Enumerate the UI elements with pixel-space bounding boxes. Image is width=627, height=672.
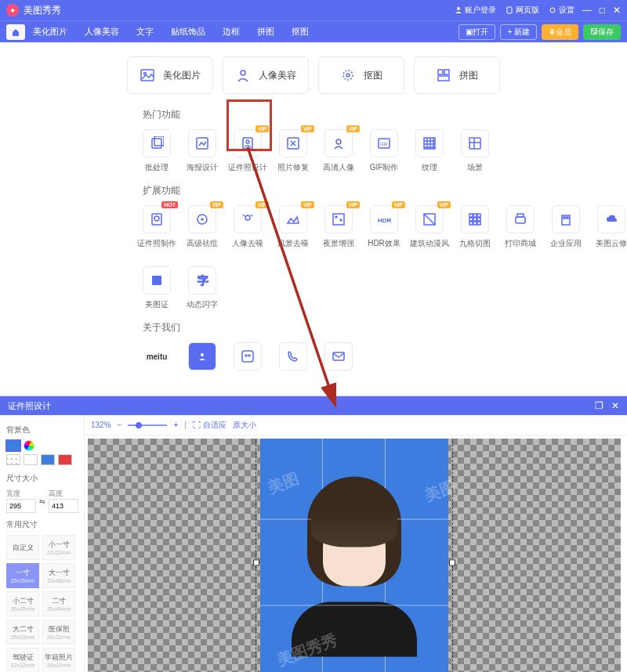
resize-handle[interactable] [253, 559, 259, 565]
quick-collage[interactable]: 拼图 [414, 56, 500, 94]
print-icon [506, 205, 535, 233]
height-input[interactable] [49, 499, 78, 513]
about-item[interactable] [234, 342, 262, 370]
about-item[interactable] [324, 342, 353, 370]
web-version-link[interactable]: 网页版 [506, 5, 539, 16]
resize-handle[interactable] [449, 559, 455, 565]
size-preset[interactable]: 学籍照片26x32mm [42, 648, 75, 672]
nav-frame[interactable]: 边框 [223, 26, 240, 38]
size-preset[interactable]: 小二寸35x45mm [6, 591, 39, 616]
feature-batch[interactable]: 批处理 [143, 129, 171, 173]
zoom-in-button[interactable]: + [173, 421, 178, 429]
user-icon [455, 6, 462, 14]
size-preset[interactable]: 二寸35x49mm [42, 591, 75, 616]
vip-badge: VIP [301, 125, 314, 132]
about-item[interactable] [279, 342, 307, 370]
zoom-out-button[interactable]: − [118, 421, 122, 429]
feature-print[interactable]: 打印商城 [506, 205, 535, 249]
size-preset[interactable]: 小一寸22x32mm [42, 535, 75, 560]
quick-cutout[interactable]: 抠图 [318, 56, 404, 94]
feature-label: HDR效果 [368, 238, 400, 249]
feature-scene[interactable]: 场景 [461, 129, 489, 173]
svg-rect-35 [469, 218, 473, 221]
svg-rect-10 [438, 76, 449, 81]
swatch-add[interactable] [24, 440, 34, 451]
close-button[interactable]: ✕ [613, 5, 621, 16]
width-input[interactable] [6, 499, 36, 513]
svg-rect-1 [507, 7, 512, 13]
maximize-button[interactable]: □ [600, 5, 605, 16]
phone-icon [506, 6, 513, 14]
feature-night[interactable]: VIP夜景增强 [324, 205, 353, 249]
nav-beautify[interactable]: 美化图片 [33, 26, 67, 38]
feature-flash[interactable]: 字动态闪字 [188, 266, 216, 310]
feature-acne[interactable]: VIP高级祛痘 [188, 205, 216, 249]
swatch-blue[interactable] [6, 440, 20, 451]
original-size-button[interactable]: 原大小 [233, 420, 256, 431]
canvas-viewport[interactable]: 美图 美图 美图秀秀 [88, 439, 621, 672]
swatch-blue2[interactable] [41, 454, 55, 465]
size-preset[interactable]: 驾驶证22x32mm [6, 648, 39, 672]
feature-texture[interactable]: 纹理 [415, 129, 444, 173]
about-item[interactable]: meitu [143, 342, 171, 370]
feature-idphoto[interactable]: VIP证件照设计 [234, 129, 262, 173]
svg-point-0 [457, 7, 460, 10]
feature-denoise[interactable]: VIP人像去噪 [234, 205, 262, 249]
svg-rect-42 [517, 214, 524, 217]
save-button[interactable]: 🖫 保存 [583, 24, 621, 40]
quick-beautify[interactable]: 美化图片 [127, 56, 213, 94]
link-icon[interactable]: ⇆ [39, 496, 45, 507]
editor-close-button[interactable]: ✕ [611, 400, 619, 411]
feature-label: 美图证 [145, 299, 169, 310]
nav-text[interactable]: 文字 [136, 26, 154, 38]
acne-icon: VIP [188, 205, 216, 233]
feature-anime[interactable]: VIP建筑动漫风 [415, 205, 444, 249]
feature-gif[interactable]: GIFGIF制作 [370, 129, 398, 173]
swatch-transparent[interactable] [6, 454, 20, 465]
svg-rect-50 [242, 351, 253, 362]
size-preset[interactable]: 一寸25x35mm [6, 563, 39, 588]
svg-rect-33 [473, 214, 477, 217]
svg-point-17 [336, 139, 341, 144]
size-preset[interactable]: 大一寸33x48mm [42, 563, 75, 588]
nav-collage[interactable]: 拼图 [257, 26, 274, 38]
home-button[interactable] [6, 24, 25, 40]
feature-label: 高清人像 [323, 162, 354, 173]
nav-portrait[interactable]: 人像美容 [85, 26, 119, 38]
feature-nine[interactable]: 九格切图 [461, 205, 489, 249]
section-title: 关于我们 [143, 321, 627, 334]
feature-repair[interactable]: VIP照片修复 [279, 129, 307, 173]
size-label: 尺寸大小 [6, 473, 78, 484]
id-photo[interactable]: 美图 美图 美图秀秀 [260, 439, 448, 672]
feature-cloud[interactable]: 美图云修 [597, 205, 625, 249]
svg-rect-32 [469, 214, 473, 217]
feature-poster[interactable]: 海报设计 [188, 129, 216, 173]
size-preset[interactable]: 大二寸35x53mm [6, 620, 39, 645]
feature-cert[interactable]: 美图证 [143, 266, 171, 310]
editor-restore-button[interactable]: ❐ [595, 400, 603, 411]
nav-cutout[interactable]: 抠图 [292, 26, 309, 38]
nav-stickers[interactable]: 贴纸饰品 [171, 26, 205, 38]
feature-hd[interactable]: VIP高清人像 [324, 129, 353, 173]
swatch-white[interactable] [24, 454, 38, 465]
settings-link[interactable]: 设置 [549, 5, 574, 16]
minimize-button[interactable]: — [582, 5, 592, 16]
feature-landscape[interactable]: VIP风景去噪 [279, 205, 307, 249]
size-preset[interactable]: 医保照26x32mm [42, 620, 75, 645]
quick-portrait[interactable]: 人像美容 [223, 56, 309, 94]
swatch-red[interactable] [58, 454, 72, 465]
account-login-link[interactable]: 账户登录 [455, 5, 496, 16]
feature-enterprise[interactable]: 企业应用 [552, 205, 580, 249]
size-preset[interactable]: 自定义 [6, 535, 39, 560]
fit-button[interactable]: ⛶ 自适应 [193, 420, 227, 431]
about-item[interactable] [188, 342, 216, 370]
feature-hdr[interactable]: HDRVIPHDR效果 [370, 205, 398, 249]
new-button[interactable]: + 新建 [500, 24, 537, 40]
hdr-icon: HDRVIP [370, 205, 398, 233]
open-button[interactable]: ▣ 打开 [458, 24, 495, 40]
vip-button[interactable]: ♛ 会员 [542, 24, 578, 40]
landscape-icon: VIP [279, 205, 307, 233]
zoom-slider[interactable] [128, 425, 167, 426]
svg-point-51 [245, 355, 247, 356]
feature-idmake[interactable]: HOT证件照制作 [143, 205, 171, 249]
